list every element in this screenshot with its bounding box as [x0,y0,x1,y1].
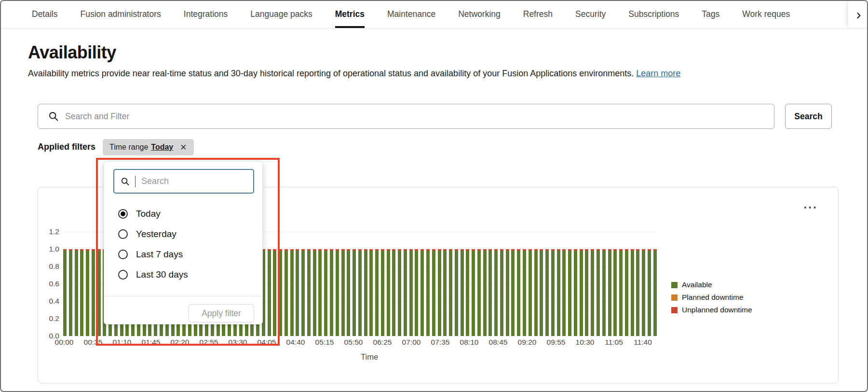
option-label: Yesterday [136,229,176,239]
legend-label: Planned downtime [682,293,744,302]
availability-bar [523,249,526,336]
tab-details[interactable]: Details [32,1,58,28]
y-tick-label: 0.8 [38,262,59,271]
availability-bar [506,249,509,336]
legend-swatch [671,307,678,313]
availability-bar [568,249,571,336]
option-today[interactable]: Today [104,204,262,224]
y-tick-label: 1.0 [38,245,59,253]
y-tick-label: 0.6 [38,280,59,288]
x-tick-label: 11:05 [605,338,623,347]
availability-bar [75,249,78,336]
x-tick-label: 11:40 [634,338,652,347]
availability-bar [420,249,424,336]
availability-bar [631,249,634,336]
availability-bar [500,249,503,336]
availability-bar [653,249,657,336]
availability-bar [426,249,430,336]
top-nav: DetailsFusion administratorsIntegrations… [1,1,868,28]
tab-metrics[interactable]: Metrics [335,1,365,28]
page-title: Availability [28,42,116,63]
availability-bar [449,249,452,336]
tab-tags[interactable]: Tags [702,1,719,28]
tab-subscriptions[interactable]: Subscriptions [628,1,679,28]
availability-bar [369,249,373,336]
x-tick-label: 07:35 [431,338,450,347]
legend-item-available: Available [671,280,752,289]
x-tick-label: 09:20 [518,338,537,347]
legend-label: Available [682,280,712,289]
availability-bar [551,249,555,336]
radio-icon[interactable] [118,270,128,280]
tab-fusion-administrators[interactable]: Fusion administrators [81,1,161,28]
tab-work-reques[interactable]: Work reques [742,1,790,28]
availability-bar [273,249,276,336]
availability-bar [63,249,67,336]
dropdown-search-input[interactable] [141,176,253,186]
time-range-filter-chip[interactable]: Time range Today ✕ [103,139,194,155]
dropdown-divider [104,296,262,296]
option-label: Last 30 days [136,269,188,280]
search-icon [121,177,129,186]
availability-bar [591,249,594,336]
y-tick-label: 0.2 [38,314,59,323]
availability-bar [648,249,651,336]
availability-bar [404,249,407,336]
tab-refresh[interactable]: Refresh [523,1,553,28]
availability-bar [574,249,577,336]
x-tick-label: 05:15 [315,338,334,347]
nav-overflow-button[interactable]: › [848,1,868,28]
availability-bar [330,249,333,336]
availability-bar [540,249,543,336]
availability-bar [636,249,639,336]
availability-bar [585,249,588,336]
chip-value[interactable]: Today [151,143,173,152]
radio-icon[interactable] [118,229,128,239]
tab-language-packs[interactable]: Language packs [250,1,312,28]
chip-close-icon[interactable]: ✕ [180,142,187,153]
availability-bar [415,249,418,336]
tab-networking[interactable]: Networking [458,1,501,28]
x-tick-label: 00:35 [84,338,103,347]
availability-bar [364,249,367,336]
radio-selected-icon[interactable] [118,209,128,219]
learn-more-link[interactable]: Learn more [636,69,680,78]
tab-maintenance[interactable]: Maintenance [387,1,435,28]
gridline [63,336,655,336]
availability-bar [279,249,282,336]
availability-bar [455,249,458,336]
availability-bar [597,249,600,336]
app-window: DetailsFusion administratorsIntegrations… [0,0,868,392]
availability-bar [602,249,606,336]
option-yesterday[interactable]: Yesterday [104,224,262,244]
ellipsis-menu-icon[interactable]: ⋯ [803,200,818,214]
applied-filters-label: Applied filters [38,142,95,152]
x-tick-label: 01:10 [113,338,132,347]
tab-security[interactable]: Security [575,1,606,28]
option-last-30-days[interactable]: Last 30 days [104,265,262,285]
availability-bar [625,249,628,336]
apply-filter-button[interactable]: Apply filter [189,304,254,322]
x-tick-label: 02:55 [200,338,218,347]
x-axis-title: Time [361,352,378,362]
option-label: Last 7 days [136,249,183,260]
availability-bar [517,249,520,336]
search-icon [49,112,58,121]
search-button[interactable]: Search [785,104,832,129]
page-description-text: Availability metrics provide near real-t… [28,69,634,78]
availability-bar [268,249,271,336]
search-and-filter-box [38,104,774,129]
radio-icon[interactable] [118,250,128,259]
search-input[interactable] [65,112,774,122]
availability-bar [97,249,101,336]
availability-bar [557,249,560,336]
option-last-7-days[interactable]: Last 7 days [104,244,262,265]
availability-bar [375,249,379,336]
chip-prefix: Time range [109,143,148,152]
availability-bar [443,249,447,336]
availability-bar [562,249,566,336]
availability-bar [642,249,645,336]
page-description: Availability metrics provide near real-t… [28,69,680,79]
legend-item-planned-downtime: Planned downtime [671,293,752,302]
tab-integrations[interactable]: Integrations [184,1,228,28]
